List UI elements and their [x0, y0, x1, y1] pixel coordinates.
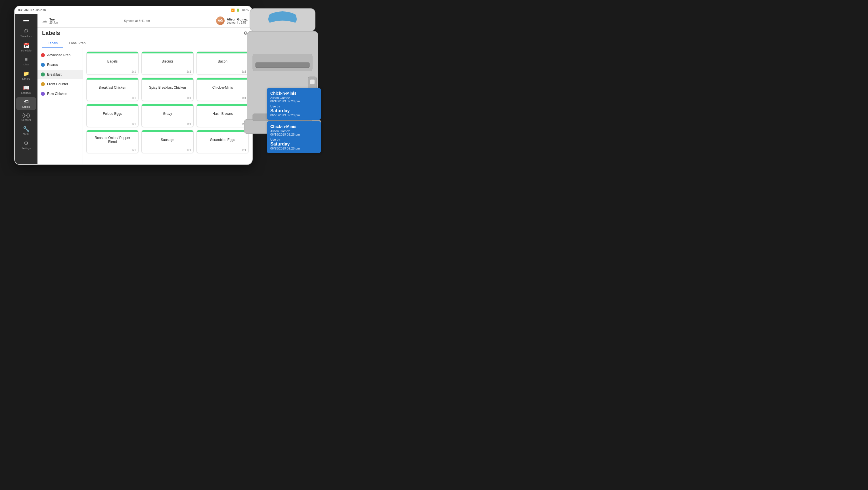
page-header: Labels ⚙ — [37, 28, 252, 39]
library-icon: 📁 — [23, 70, 29, 77]
category-breakfast[interactable]: Breakfast — [37, 69, 83, 79]
sidebar-item-schedule[interactable]: 📅 Schedule — [16, 41, 36, 54]
ticket-use-by-day-2: Saturday — [270, 142, 317, 147]
timeclock-icon: ⏱ — [24, 28, 29, 34]
category-dot-boards — [41, 63, 45, 67]
date-section: ☁ Tue 25 Jun — [42, 18, 58, 24]
labels-icon: 🏷 — [24, 99, 29, 105]
sidebar-label-sensors: Sensors — [21, 118, 31, 121]
category-dot-breakfast — [41, 73, 45, 77]
sidebar-item-timeclock[interactable]: ⏱ Timeclock — [16, 27, 36, 39]
sensors-icon: ((•)) — [23, 113, 30, 118]
sidebar-item-logbook[interactable]: 📖 Logbook — [16, 83, 36, 96]
category-label-boards: Boards — [47, 63, 58, 67]
avatar: AG — [216, 17, 225, 25]
ticket-use-by-date-1: 06/25/2019 02:28 pm — [270, 113, 317, 117]
tab-labels[interactable]: Labels — [42, 39, 63, 48]
category-label-raw-chicken: Raw Chicken — [47, 92, 67, 96]
sidebar-item-sensors[interactable]: ((•)) Sensors — [16, 111, 36, 123]
sidebar-label-settings: Settings — [22, 147, 31, 150]
label-card-name-chick-n-minis: Chick-n-Minis — [212, 86, 233, 89]
label-ticket-1: Chick-n-Minis Alison Gomez 06/18/2019 02… — [267, 88, 321, 120]
main-content: ☁ Tue 25 Jun Synced at 8:41 am AG Alison… — [37, 14, 252, 164]
label-card-name-gravy: Gravy — [163, 112, 172, 116]
label-card-name-bagels: Bagels — [107, 59, 118, 63]
category-label-breakfast: Breakfast — [47, 73, 62, 77]
category-dot-front-counter — [41, 82, 45, 86]
sidebar-item-tools[interactable]: 🔧 Tools — [16, 124, 36, 137]
category-dot-advanced-prep — [41, 53, 45, 57]
category-label-front-counter: Front Counter — [47, 82, 68, 86]
labels-grid: Bagels 1x1 Biscuits 1x1 — [86, 52, 249, 153]
ticket-use-by-label-1: Use by — [270, 105, 317, 108]
svg-rect-5 — [310, 80, 315, 84]
sync-status: Synced at 8:41 am — [124, 19, 150, 23]
ticket-product-2: Chick-n-Minis — [270, 124, 317, 129]
ticket-product-1: Chick-n-Minis — [270, 91, 317, 95]
label-card-footer-spicy-breakfast-chicken: 1x1 — [142, 95, 193, 100]
label-card-gravy[interactable]: Gravy 1x1 — [142, 104, 194, 127]
status-bar: 8:41 AM Tue Jun 25th 📶 🔋 100% — [15, 6, 252, 14]
label-card-body-biscuits: Biscuits — [142, 53, 193, 69]
category-raw-chicken[interactable]: Raw Chicken — [37, 89, 83, 98]
label-card-body-gravy: Gravy — [142, 106, 193, 121]
ticket-date-1: 06/18/2019 02:28 pm — [270, 99, 317, 103]
sidebar-label-timeclock: Timeclock — [21, 35, 32, 38]
label-card-name-hash-browns: Hash Browns — [212, 112, 232, 116]
label-card-sausage[interactable]: Sausage 1x1 — [142, 130, 194, 153]
label-card-breakfast-chicken[interactable]: Breakfast Chicken 1x1 — [86, 78, 138, 101]
sidebar-item-labels[interactable]: 🏷 Labels — [16, 97, 36, 110]
ipad-frame: 8:41 AM Tue Jun 25th 📶 🔋 100% ⏱ Timecloc… — [14, 6, 253, 165]
label-card-body-folded-eggs: Folded Eggs — [87, 106, 138, 121]
label-card-name-sausage: Sausage — [161, 138, 174, 142]
sidebar-item-settings[interactable]: ⚙ Settings — [16, 138, 36, 151]
ticket-date-2: 06/18/2019 02:28 pm — [270, 133, 317, 136]
content-body: Advanced Prep Boards Breakfast Fron — [37, 48, 252, 164]
label-card-name-folded-eggs: Folded Eggs — [103, 112, 122, 116]
label-tickets: Chick-n-Minis Alison Gomez 06/18/2019 02… — [267, 88, 321, 153]
schedule-icon: 📅 — [23, 42, 29, 49]
wifi-icon: 📶 — [231, 8, 235, 12]
label-card-roasted-onion[interactable]: Roasted Onion/ Pepper Blend 1x1 — [86, 130, 138, 153]
label-card-body-bagels: Bagels — [87, 53, 138, 69]
label-card-footer-biscuits: 1x1 — [142, 69, 193, 75]
label-card-biscuits[interactable]: Biscuits 1x1 — [142, 52, 194, 75]
date-info: Tue 25 Jun — [50, 18, 58, 24]
label-card-spicy-breakfast-chicken[interactable]: Spicy Breakfast Chicken 1x1 — [142, 78, 194, 101]
label-card-footer-breakfast-chicken: 1x1 — [87, 95, 138, 100]
sidebar-label-lists: Lists — [24, 63, 29, 66]
label-card-footer-sausage: 1x1 — [142, 147, 193, 153]
ticket-person-1: Alison Gomez — [270, 96, 317, 99]
sidebar-label-schedule: Schedule — [21, 49, 32, 52]
label-card-footer-bagels: 1x1 — [87, 69, 138, 75]
date-day: Tue — [50, 18, 58, 21]
date-full: 25 Jun — [50, 21, 58, 24]
label-card-bagels[interactable]: Bagels 1x1 — [86, 52, 138, 75]
hamburger-button[interactable] — [16, 17, 36, 24]
label-card-footer-gravy: 1x1 — [142, 121, 193, 127]
label-card-name-roasted-onion: Roasted Onion/ Pepper Blend — [90, 136, 135, 144]
sidebar-item-lists[interactable]: ≡ Lists — [16, 55, 36, 68]
label-card-name-biscuits: Biscuits — [161, 59, 173, 63]
lists-icon: ≡ — [25, 57, 28, 62]
label-card-name-spicy-breakfast-chicken: Spicy Breakfast Chicken — [149, 86, 186, 89]
sidebar-label-labels: Labels — [23, 106, 30, 108]
top-header: ☁ Tue 25 Jun Synced at 8:41 am AG Alison… — [37, 14, 252, 28]
logbook-icon: 📖 — [23, 85, 29, 91]
category-boards[interactable]: Boards — [37, 60, 83, 69]
category-advanced-prep[interactable]: Advanced Prep — [37, 50, 83, 60]
ticket-person-2: Alison Gomez — [270, 129, 317, 133]
category-front-counter[interactable]: Front Counter — [37, 79, 83, 89]
sidebar-item-library[interactable]: 📁 Library — [16, 69, 36, 82]
sidebar-label-logbook: Logbook — [21, 91, 31, 94]
ticket-use-by-label-2: Use by — [270, 138, 317, 141]
label-card-footer-folded-eggs: 1x1 — [87, 121, 138, 127]
label-card-body-roasted-onion: Roasted Onion/ Pepper Blend — [87, 132, 138, 147]
label-card-folded-eggs[interactable]: Folded Eggs 1x1 — [86, 104, 138, 127]
sidebar-label-tools: Tools — [23, 133, 29, 136]
tools-icon: 🔧 — [23, 126, 29, 132]
tab-label-prep[interactable]: Label Prep — [63, 39, 91, 48]
label-card-body-sausage: Sausage — [142, 132, 193, 147]
sidebar-label-library: Library — [22, 77, 30, 80]
tabs-bar: Labels Label Prep — [37, 39, 252, 48]
